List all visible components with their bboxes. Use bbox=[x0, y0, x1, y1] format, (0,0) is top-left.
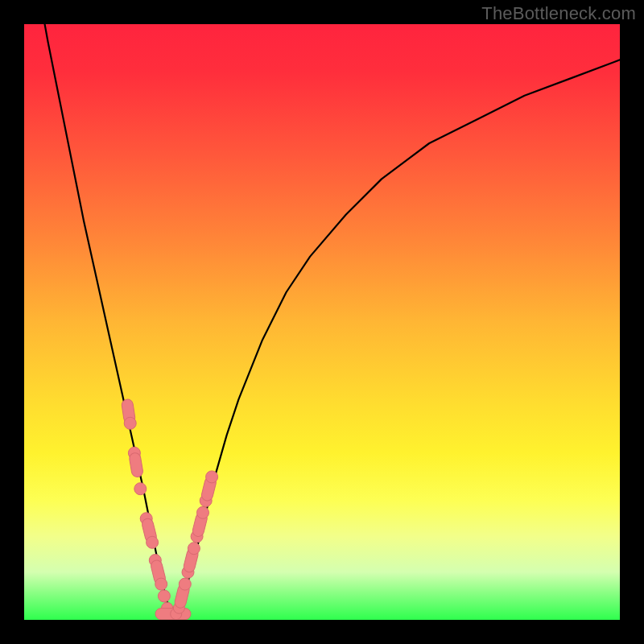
marker-dot bbox=[124, 417, 136, 429]
watermark-text: TheBottleneck.com bbox=[481, 3, 636, 24]
marker-dot bbox=[197, 506, 209, 518]
marker-dots bbox=[121, 398, 217, 619]
marker-dot bbox=[147, 536, 159, 548]
chart-svg bbox=[24, 24, 620, 620]
marker-pill bbox=[129, 452, 144, 478]
marker-dot bbox=[155, 578, 167, 590]
plot-area bbox=[24, 24, 620, 620]
marker-dot bbox=[179, 578, 191, 590]
marker-dot bbox=[206, 471, 218, 483]
marker-dot bbox=[158, 590, 170, 602]
bottleneck-curve bbox=[24, 24, 620, 614]
chart-stage: TheBottleneck.com bbox=[0, 0, 644, 644]
marker-dot bbox=[188, 543, 200, 555]
marker-dot bbox=[134, 483, 147, 495]
